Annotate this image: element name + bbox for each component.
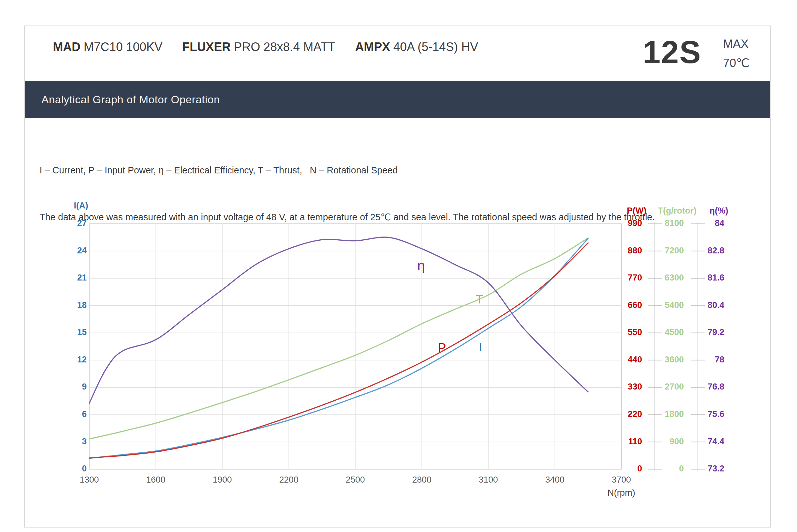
left-axis-tick-label: 3 bbox=[82, 437, 87, 446]
right-axis-title: P(W) bbox=[627, 206, 646, 215]
right-axis-tick-label: 0 bbox=[637, 464, 642, 473]
right-axis-tick-label: 5400 bbox=[665, 300, 684, 310]
right-axis-tick-label: 220 bbox=[628, 409, 642, 419]
right-axis-title: T(g/rotor) bbox=[658, 206, 696, 215]
right-axis-tick-label: 0 bbox=[679, 464, 684, 473]
curve-label-input-power: P bbox=[438, 341, 446, 355]
right-axis-tick-label: 7200 bbox=[665, 246, 684, 255]
curve-thrust bbox=[89, 238, 588, 439]
right-axis-tick-label: 660 bbox=[628, 300, 642, 310]
right-axis-tick-label: 79.2 bbox=[707, 327, 724, 337]
left-axis-tick-label: 27 bbox=[77, 218, 87, 228]
x-axis-tick-label: 1300 bbox=[80, 475, 99, 484]
right-axis-tick-label: 3600 bbox=[665, 355, 684, 364]
curve-label-current: I bbox=[479, 340, 482, 354]
right-axis-tick-label: 75.6 bbox=[707, 409, 724, 419]
right-axis-tick-label: 8100 bbox=[665, 218, 684, 228]
left-axis-tick-label: 0 bbox=[82, 464, 87, 473]
right-axis-tick-label: 990 bbox=[628, 218, 642, 228]
right-axis-tick-label: 880 bbox=[628, 246, 642, 255]
curve-input-power bbox=[89, 243, 588, 458]
left-axis-tick-label: 21 bbox=[77, 273, 87, 282]
left-axis-tick-label: 6 bbox=[82, 409, 87, 419]
right-axis-tick-label: 84 bbox=[715, 218, 724, 228]
right-axis-tick-label: 550 bbox=[628, 327, 642, 337]
right-axis-tick-label: 4500 bbox=[665, 327, 684, 337]
curve-label-efficiency: η bbox=[417, 258, 425, 273]
right-axis-tick-label: 81.6 bbox=[707, 273, 724, 282]
left-axis-tick-label: 24 bbox=[77, 246, 87, 255]
x-axis-tick-label: 2200 bbox=[279, 475, 298, 484]
right-axis-tick-label: 770 bbox=[628, 273, 642, 282]
curve-label-thrust: T bbox=[476, 292, 483, 306]
right-axis-tick-label: 6300 bbox=[665, 273, 684, 282]
x-axis-tick-label: 1600 bbox=[146, 475, 166, 484]
left-axis-tick-label: 9 bbox=[82, 382, 87, 392]
right-axis-tick-label: 440 bbox=[628, 355, 642, 364]
x-axis-tick-label: 3100 bbox=[479, 475, 498, 484]
left-axis-tick-label: 15 bbox=[77, 327, 87, 337]
right-axis-tick-label: 330 bbox=[628, 382, 642, 392]
page: MADM7C10 100KV FLUXERPRO 28x8.4 MATT AMP… bbox=[0, 0, 797, 532]
right-axis-tick-label: 900 bbox=[669, 437, 684, 446]
datasheet-card: MADM7C10 100KV FLUXERPRO 28x8.4 MATT AMP… bbox=[24, 25, 771, 528]
curve-current bbox=[89, 239, 588, 458]
x-axis-tick-label: 3700 bbox=[612, 475, 631, 484]
left-axis-title: I(A) bbox=[74, 201, 88, 210]
x-axis-tick-label: 2800 bbox=[412, 475, 431, 484]
left-axis-tick-label: 12 bbox=[77, 355, 87, 364]
right-axis-title: η(%) bbox=[710, 206, 728, 215]
x-axis-title: N(rpm) bbox=[607, 488, 635, 498]
right-axis-tick-label: 76.8 bbox=[707, 382, 724, 392]
x-axis-tick-label: 3400 bbox=[545, 475, 564, 484]
motor-performance-chart: I(A)272421181512963013001600190022002500… bbox=[25, 26, 772, 528]
right-axis-tick-label: 80.4 bbox=[707, 300, 724, 310]
curve-efficiency bbox=[89, 237, 588, 403]
right-axis-tick-label: 82.8 bbox=[707, 246, 724, 255]
left-axis-tick-label: 18 bbox=[77, 300, 87, 310]
right-axis-tick-label: 110 bbox=[628, 437, 642, 446]
right-axis-tick-label: 73.2 bbox=[707, 464, 724, 473]
x-axis-tick-label: 2500 bbox=[346, 475, 365, 484]
right-axis-tick-label: 78 bbox=[715, 355, 724, 364]
right-axis-tick-label: 2700 bbox=[665, 382, 684, 392]
x-axis-tick-label: 1900 bbox=[213, 475, 232, 484]
right-axis-tick-label: 1800 bbox=[665, 409, 684, 419]
right-axis-tick-label: 74.4 bbox=[707, 437, 724, 446]
